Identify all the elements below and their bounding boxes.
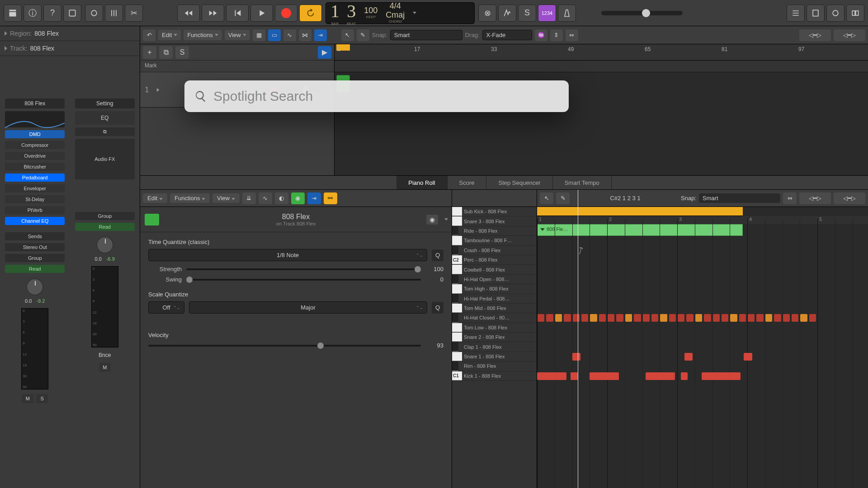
lcd-display[interactable]: 1 BAR 3 BEAT 100 KEEP 4/4 Cmaj CHORD [326,2,475,24]
pan-value[interactable]: 0.0 [95,256,102,262]
midi-note[interactable] [616,314,623,322]
drum-lane[interactable]: Tom Mid - 808 Flex [452,304,537,313]
play-button[interactable] [250,5,273,22]
grid-view-icon[interactable]: ▦ [253,29,265,41]
midi-note[interactable] [538,314,544,322]
marker-track-label[interactable]: Mark [140,61,334,72]
level-meter[interactable]: 036912183050 [91,266,118,347]
vertical-zoom-icon[interactable]: ⇕ [550,29,563,41]
library-button[interactable] [4,5,22,22]
midi-in-icon[interactable]: ◐ [275,192,288,204]
plugin-slot[interactable]: Channel EQ [5,217,65,225]
piano-key[interactable] [452,216,462,225]
lcd-key[interactable]: Cmaj [386,11,405,20]
plugin-slot[interactable]: PtVerb [5,206,65,214]
quantize-button[interactable]: Q [432,249,443,261]
view-menu[interactable]: View [225,30,250,40]
notepad-button[interactable] [807,5,825,22]
mute-button[interactable]: M [22,394,33,403]
pan-knob[interactable] [96,236,113,253]
forward-button[interactable] [202,5,224,22]
midi-note[interactable] [684,353,693,361]
region-inspector-header[interactable]: Region: 808 Flex [0,26,140,41]
add-track-button[interactable]: + [143,46,156,59]
help-button[interactable]: ? [43,5,61,22]
scale-type-dropdown[interactable]: Major⌃⌄ [189,301,427,314]
automation-mode[interactable]: Read [5,265,65,273]
midi-note[interactable] [756,314,763,322]
midi-note[interactable] [686,314,693,322]
catch-icon[interactable]: ⇥ [307,192,321,204]
snap-dropdown[interactable]: Smart [699,193,780,203]
pencil-tool[interactable]: ✎ [556,192,570,204]
proll-edit-menu[interactable]: Edit [143,193,167,203]
snap-dropdown[interactable]: Smart [390,30,462,40]
piano-key[interactable] [452,207,462,216]
piano-roll-grid[interactable]: ↖ ✎ C#2 1 2 3 1 Snap: Smart ⇔ ◁━▷ ◁━▷ 12… [537,190,868,488]
record-button[interactable] [275,5,297,22]
drum-lane[interactable]: Hi-Hat Open - 808… [452,275,537,284]
lcd-sig[interactable]: 4/4 [390,2,401,11]
drum-lane[interactable]: Snare 3 - 808 Flex [452,216,537,226]
drag-dropdown[interactable]: X-Fade [482,30,532,40]
tab-piano-roll[interactable]: Piano Roll [396,176,447,189]
midi-note[interactable] [702,372,740,380]
midi-note[interactable] [713,314,720,322]
midi-note[interactable] [744,353,752,361]
midi-note[interactable] [564,314,571,322]
back-button[interactable]: ↶ [143,29,156,41]
list-editors-button[interactable] [787,5,805,22]
midi-note[interactable] [572,353,581,361]
eq-thumbnail[interactable] [5,111,65,127]
piano-key[interactable] [452,236,462,245]
sends-button[interactable]: Sends [5,232,65,240]
midi-note[interactable] [792,314,798,322]
piano-key[interactable] [452,333,462,342]
piano-key[interactable] [452,304,462,313]
plugin-slot[interactable]: Compressor [5,141,65,149]
midi-note[interactable] [681,372,688,380]
midi-note[interactable] [774,314,781,322]
drum-lane[interactable]: Snare 2 - 808 Flex [452,333,537,342]
count-in-button[interactable]: 1234 [538,5,556,22]
tab-smart-tempo[interactable]: Smart Tempo [553,176,612,189]
plugin-slot[interactable]: Pedalboard [5,174,65,182]
plugin-slot[interactable]: Overdrive [5,152,65,160]
eq-button[interactable]: EQ [75,111,135,125]
go-to-start-button[interactable] [226,5,249,22]
midi-note[interactable] [651,314,658,322]
bounce-button[interactable]: Bnce [99,352,111,358]
waveform-zoom-icon[interactable]: ♒ [535,29,547,41]
midi-note[interactable] [555,314,562,322]
midi-note[interactable] [590,372,619,380]
drum-lane[interactable]: Tom High - 808 Flex [452,284,537,294]
midi-note[interactable] [695,314,702,322]
piano-key[interactable] [452,226,458,235]
midi-note[interactable] [660,314,667,322]
drum-lane[interactable]: Sub Kick - 808 Flex [452,207,537,216]
automation-mode[interactable]: Read [75,223,135,231]
piano-key[interactable] [452,313,458,322]
bar-ruler[interactable]: 1173349658197 [335,44,868,61]
midi-note[interactable] [704,314,711,322]
piano-key[interactable] [452,361,458,371]
rewind-button[interactable] [177,5,200,22]
playhead[interactable] [578,190,578,488]
piano-key[interactable] [452,265,462,274]
drum-lane[interactable]: Clap 1 - 808 Flex [452,342,537,352]
pencil-tool[interactable]: ✎ [357,29,369,41]
pointer-tool[interactable]: ↖ [540,192,553,204]
toolbar-button[interactable] [63,5,81,22]
output-button[interactable]: Stereo Out [5,243,65,251]
midi-note[interactable] [634,314,641,322]
drum-lane[interactable]: Ride - 808 Flex [452,226,537,236]
smart-controls-button[interactable] [85,5,103,22]
drum-lane[interactable]: C2Perc - 808 Flex [452,255,537,265]
midi-note[interactable] [783,314,790,322]
swing-slider[interactable] [186,279,421,281]
piano-key[interactable] [452,246,458,255]
drum-lane[interactable]: C1Kick 1 - 808 Flex [452,371,537,381]
zoom-slider-v[interactable]: ◁━▷ [799,29,831,41]
plugin-slot[interactable]: Enveloper [5,184,65,192]
global-solo-button[interactable]: S [175,46,189,59]
